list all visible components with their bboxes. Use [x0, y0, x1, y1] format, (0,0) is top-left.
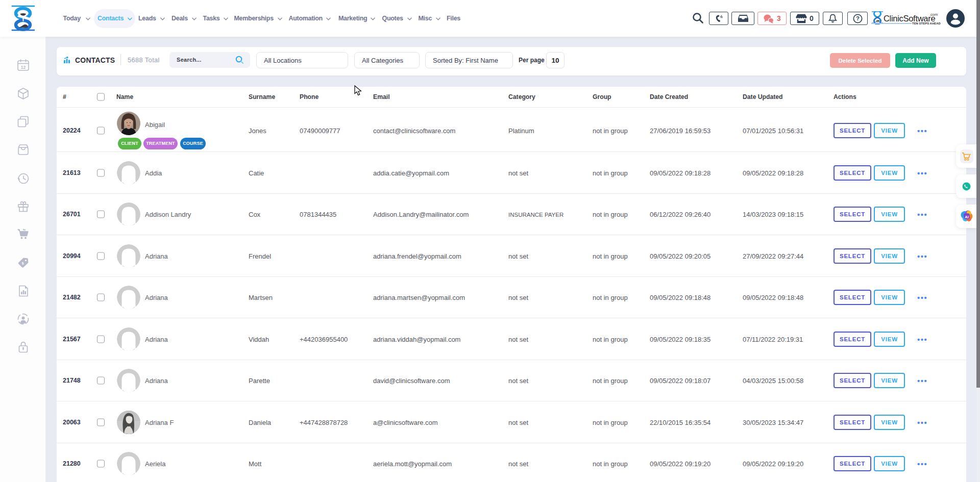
svg-text:?: ? — [856, 15, 860, 21]
svg-text:12: 12 — [21, 64, 26, 69]
svg-text:AI: AI — [965, 215, 968, 219]
